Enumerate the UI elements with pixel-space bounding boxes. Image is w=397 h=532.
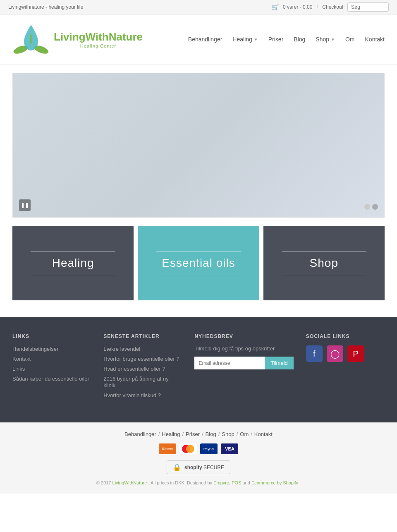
links-heading: LINKS: [12, 333, 91, 339]
newsletter-form: Tilmeld: [194, 357, 293, 369]
list-item: Hvorfor bruge essentielle olier ?: [103, 355, 182, 362]
copyright-year: © 2017: [96, 480, 111, 485]
lock-icon: 🔒: [173, 463, 181, 471]
newsletter-text: Tilmeld dig og få tips og opskrifter: [194, 345, 293, 352]
footer-nav-priser[interactable]: Priser: [186, 431, 200, 437]
article-vitamin[interactable]: Hvorfor vitamin tilskud ?: [103, 392, 161, 398]
pause-button[interactable]: ❚❚: [19, 199, 31, 211]
footer-bottom: Behandlinger / Healing / Priser / Blog /…: [0, 422, 397, 494]
article-lavendel[interactable]: Lækre lavendel: [103, 346, 140, 352]
footer-nav-sep6: /: [251, 431, 252, 437]
footer-nav-sep4: /: [218, 431, 220, 437]
oils-line-top: [156, 251, 241, 252]
top-bar-right: 🛒 0 varer - 0,00 / Checkout: [272, 2, 389, 12]
top-bar: Livingwithnature - healing your life 🛒 0…: [0, 0, 397, 14]
healing-line-bottom: [31, 275, 115, 275]
footer-nav-healing[interactable]: Healing: [162, 431, 180, 437]
shopify-link[interactable]: Ecommerce by Shopify: [251, 480, 298, 485]
diners-icon: Diners: [159, 443, 176, 454]
list-item: Hvad er essentielle olier ?: [103, 365, 182, 372]
footer-nav-om[interactable]: Om: [240, 431, 249, 437]
feature-essential-oils[interactable]: Essential oils: [138, 226, 259, 300]
footer-nav-behandlinger[interactable]: Behandlinger: [124, 431, 156, 437]
handelsbetingelser-link[interactable]: Handelsbetingelser: [12, 346, 58, 352]
nav-kontakt[interactable]: Kontakt: [365, 36, 385, 43]
copyright-brand[interactable]: LivingWithNature: [112, 480, 147, 485]
article-hvad[interactable]: Hvad er essentielle olier ?: [103, 366, 165, 372]
kontakt-link[interactable]: Kontakt: [12, 356, 31, 362]
mastercard-icon: [179, 443, 197, 454]
list-item: Sådan køber du essentielle oiler: [12, 375, 91, 382]
logo-image: [12, 21, 50, 58]
feature-healing[interactable]: Healing: [12, 226, 134, 300]
footer-nav-blog[interactable]: Blog: [206, 431, 216, 437]
nav-blog[interactable]: Blog: [294, 36, 305, 43]
newsletter-submit-button[interactable]: Tilmeld: [265, 357, 293, 369]
header: LivingWithNature Healing Center Behandli…: [0, 14, 397, 65]
list-item: Links: [12, 365, 91, 372]
logo-with: With: [86, 31, 109, 43]
list-item: Handelsbetingelser: [12, 345, 91, 352]
shop-line-bottom: [282, 275, 366, 275]
footer-top: LINKS Handelsbetingelser Kontakt Links S…: [12, 333, 385, 402]
article-bruge[interactable]: Hvorfor bruge essentielle olier ?: [103, 356, 179, 362]
copyright-text2: and: [242, 480, 250, 485]
checkout-link[interactable]: Checkout: [322, 4, 343, 10]
divider: /: [316, 4, 318, 10]
nav-shop[interactable]: Shop ▼: [316, 36, 335, 43]
instagram-link[interactable]: ◯: [327, 345, 343, 362]
facebook-link[interactable]: f: [306, 345, 323, 362]
healing-line-top: [31, 251, 115, 252]
list-item: Kontakt: [12, 355, 91, 362]
links-list: Handelsbetingelser Kontakt Links Sådan k…: [12, 345, 91, 382]
copyright-text3: .: [299, 480, 301, 485]
cart-icon: 🛒: [272, 4, 279, 10]
footer-nav-sep5: /: [237, 431, 238, 437]
hero-background: [13, 73, 384, 217]
nav-healing[interactable]: Healing ▼: [232, 36, 258, 43]
shop-dropdown-arrow: ▼: [331, 37, 335, 42]
footer-articles-col: SENESTE ARTIKLER Lækre lavendel Hvorfor …: [103, 333, 182, 402]
list-item: Hvorfor vitamin tilskud ?: [103, 392, 182, 398]
essential-link[interactable]: Sådan køber du essentielle oiler: [12, 376, 89, 382]
footer-nav-sep1: /: [158, 431, 160, 437]
nav-behandlinger[interactable]: Behandlinger: [188, 36, 222, 43]
footer-nav-kontakt[interactable]: Kontakt: [254, 431, 273, 437]
list-item: 2016 byder på åbning af ny klinik.: [103, 375, 182, 388]
footer-newsletter-col: NYHEDSBREV Tilmeld dig og få tips og ops…: [194, 333, 293, 402]
search-input[interactable]: [347, 2, 389, 12]
oils-title: Essential oils: [162, 256, 235, 270]
footer: LINKS Handelsbetingelser Kontakt Links S…: [0, 317, 397, 422]
social-icons: f ◯ P: [306, 345, 385, 362]
logo-living: Living: [54, 31, 86, 43]
links-link[interactable]: Links: [12, 366, 25, 372]
pinterest-link[interactable]: P: [347, 345, 364, 362]
newsletter-email-input[interactable]: [194, 357, 265, 369]
shopify-text: shopify SECURE: [184, 465, 224, 470]
logo-sub: Healing Center: [54, 43, 143, 48]
copyright: © 2017 LivingWithNature . All prices in …: [8, 480, 389, 485]
visa-icon: VISA: [221, 443, 238, 454]
shop-title: Shop: [310, 256, 338, 270]
newsletter-heading: NYHEDSBREV: [194, 333, 293, 339]
articles-heading: SENESTE ARTIKLER: [103, 333, 182, 339]
logo-nature: Nature: [109, 31, 143, 43]
nav-priser[interactable]: Priser: [268, 36, 284, 43]
copyright-text1: . All prices in DKK. Designed by: [148, 480, 212, 485]
oils-line-bottom: [156, 275, 241, 275]
shop-line-top: [282, 251, 366, 252]
pos-link[interactable]: POS: [232, 480, 241, 485]
dot-2[interactable]: [372, 204, 378, 210]
footer-social-col: SOCIALE LINKS f ◯ P: [306, 333, 385, 402]
nav-om[interactable]: Om: [345, 36, 355, 43]
dot-1[interactable]: [364, 204, 370, 210]
article-2016[interactable]: 2016 byder på åbning af ny klinik.: [103, 376, 169, 388]
shopify-badge: 🔒 shopify SECURE: [8, 460, 389, 474]
logo-text: LivingWithNature Healing Center: [54, 31, 143, 48]
empyre-link[interactable]: Empyre: [213, 480, 229, 485]
footer-nav: Behandlinger / Healing / Priser / Blog /…: [8, 431, 389, 437]
feature-shop[interactable]: Shop: [263, 226, 385, 300]
main-nav: Behandlinger Healing ▼ Priser Blog Shop …: [188, 36, 385, 43]
footer-nav-shop[interactable]: Shop: [222, 431, 234, 437]
social-heading: SOCIALE LINKS: [306, 333, 385, 339]
